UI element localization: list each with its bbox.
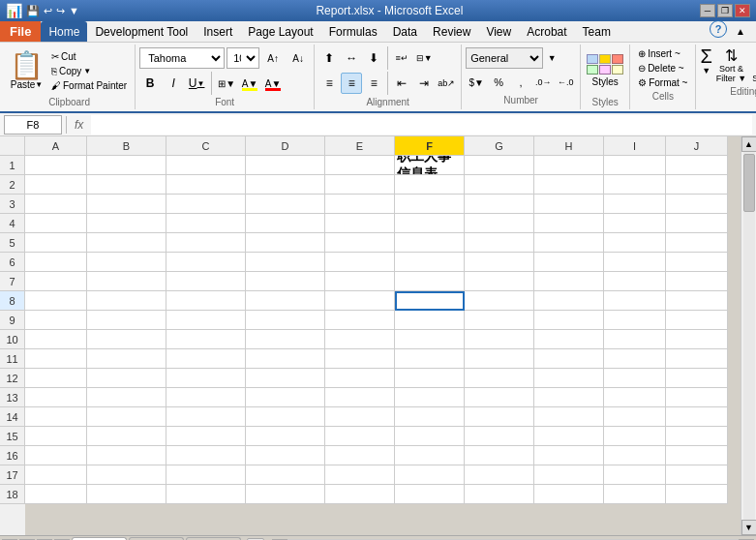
row-header-11[interactable]: 11 <box>0 349 25 369</box>
cell-e18[interactable] <box>325 485 395 504</box>
cell-i13[interactable] <box>604 388 666 407</box>
scroll-up-button[interactable]: ▲ <box>741 136 757 152</box>
row-header-12[interactable]: 12 <box>0 369 25 388</box>
row-header-15[interactable]: 15 <box>0 427 25 446</box>
cell-a3[interactable] <box>25 195 87 214</box>
menu-item-view[interactable]: View <box>478 21 519 42</box>
cell-a5[interactable] <box>25 233 87 253</box>
cell-d15[interactable] <box>246 427 325 446</box>
cell-b10[interactable] <box>87 330 166 349</box>
cell-e7[interactable] <box>325 272 395 291</box>
menu-item-team[interactable]: Team <box>575 21 619 42</box>
number-format-select[interactable]: General <box>466 47 543 69</box>
cell-c15[interactable] <box>166 427 246 446</box>
percent-button[interactable]: % <box>488 72 509 93</box>
cell-e14[interactable] <box>325 407 395 427</box>
cell-i4[interactable] <box>604 214 666 233</box>
cell-a18[interactable] <box>25 485 87 504</box>
insert-cells-button[interactable]: ⊕ Insert ~ <box>634 46 691 60</box>
col-header-f[interactable]: F <box>395 136 465 156</box>
minimize-button[interactable]: ─ <box>700 4 715 17</box>
delete-cells-button[interactable]: ⊖ Delete ~ <box>634 61 691 75</box>
cell-b7[interactable] <box>87 272 166 291</box>
cell-d1[interactable] <box>246 156 325 175</box>
cell-i10[interactable] <box>604 330 666 349</box>
cell-h8[interactable] <box>534 291 604 311</box>
cell-e11[interactable] <box>325 349 395 369</box>
cell-d18[interactable] <box>246 485 325 504</box>
cell-j6[interactable] <box>666 253 728 272</box>
cell-g12[interactable] <box>465 369 534 388</box>
cell-f14[interactable] <box>395 407 465 427</box>
cell-c9[interactable] <box>166 311 246 330</box>
bold-button[interactable]: B <box>139 73 161 94</box>
cell-a16[interactable] <box>25 446 87 465</box>
col-header-h[interactable]: H <box>534 136 604 156</box>
cell-f17[interactable] <box>395 465 465 485</box>
format-painter-button[interactable]: 🖌Format Painter <box>47 78 131 92</box>
cell-g8[interactable] <box>465 291 534 311</box>
cell-b4[interactable] <box>87 214 166 233</box>
cell-g16[interactable] <box>465 446 534 465</box>
cell-a2[interactable] <box>25 175 87 195</box>
cell-g5[interactable] <box>465 233 534 253</box>
cell-g3[interactable] <box>465 195 534 214</box>
cell-b18[interactable] <box>87 485 166 504</box>
cell-b9[interactable] <box>87 311 166 330</box>
row-header-2[interactable]: 2 <box>0 175 25 195</box>
align-left-button[interactable]: ≡ <box>318 73 340 94</box>
cell-f3[interactable] <box>395 195 465 214</box>
cell-d17[interactable] <box>246 465 325 485</box>
menu-item-review[interactable]: Review <box>425 21 478 42</box>
cell-e17[interactable] <box>325 465 395 485</box>
cell-i17[interactable] <box>604 465 666 485</box>
cell-j9[interactable] <box>666 311 728 330</box>
italic-button[interactable]: I <box>163 73 184 94</box>
cell-j10[interactable] <box>666 330 728 349</box>
decrease-font-button[interactable]: A↓ <box>287 46 310 70</box>
menu-item-file[interactable]: File <box>0 21 41 42</box>
col-header-i[interactable]: I <box>604 136 666 156</box>
cell-e9[interactable] <box>325 311 395 330</box>
sum-button[interactable]: Σ ▼ <box>700 46 711 75</box>
col-header-c[interactable]: C <box>166 136 246 156</box>
cell-h1[interactable] <box>534 156 604 175</box>
menu-item-pagelayout[interactable]: Page Layout <box>240 21 320 42</box>
cell-b13[interactable] <box>87 388 166 407</box>
cell-b6[interactable] <box>87 253 166 272</box>
cell-f16[interactable] <box>395 446 465 465</box>
cell-d3[interactable] <box>246 195 325 214</box>
cell-e5[interactable] <box>325 233 395 253</box>
cell-j15[interactable] <box>666 427 728 446</box>
cell-a15[interactable] <box>25 427 87 446</box>
cell-j17[interactable] <box>666 465 728 485</box>
cell-e4[interactable] <box>325 214 395 233</box>
cell-g10[interactable] <box>465 330 534 349</box>
row-header-16[interactable]: 16 <box>0 446 25 465</box>
cell-h13[interactable] <box>534 388 604 407</box>
row-header-18[interactable]: 18 <box>0 485 25 504</box>
cell-d12[interactable] <box>246 369 325 388</box>
cell-b2[interactable] <box>87 175 166 195</box>
menu-item-home[interactable]: Home <box>41 21 87 42</box>
cell-i11[interactable] <box>604 349 666 369</box>
cell-f12[interactable] <box>395 369 465 388</box>
cell-d6[interactable] <box>246 253 325 272</box>
cell-b16[interactable] <box>87 446 166 465</box>
align-right-button[interactable]: ≡ <box>363 73 384 94</box>
cell-d2[interactable] <box>246 175 325 195</box>
close-button[interactable]: ✕ <box>735 4 750 17</box>
cell-a10[interactable] <box>25 330 87 349</box>
cell-h4[interactable] <box>534 214 604 233</box>
cut-button[interactable]: ✂Cut <box>47 49 131 63</box>
font-color-button[interactable]: A▼ <box>262 73 284 94</box>
cell-d13[interactable] <box>246 388 325 407</box>
cell-g18[interactable] <box>465 485 534 504</box>
cell-i1[interactable] <box>604 156 666 175</box>
cell-g1[interactable] <box>465 156 534 175</box>
col-header-b[interactable]: B <box>87 136 166 156</box>
align-bottom-button[interactable]: ⬇ <box>363 47 384 69</box>
cell-f5[interactable] <box>395 233 465 253</box>
cell-e15[interactable] <box>325 427 395 446</box>
cell-a13[interactable] <box>25 388 87 407</box>
